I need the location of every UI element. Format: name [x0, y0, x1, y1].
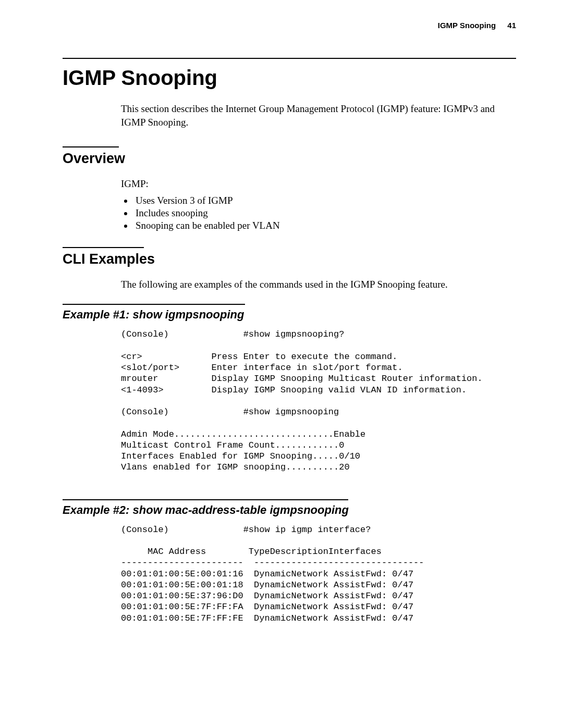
cli-section: CLI Examples	[63, 247, 516, 267]
list-item: Uses Version 3 of IGMP	[133, 195, 516, 206]
example1-code: (Console) #show igmpsnooping? <cr> Press…	[121, 329, 516, 473]
section-rule	[63, 247, 144, 248]
section-rule	[63, 146, 119, 147]
chapter-title: IGMP Snooping	[63, 58, 516, 90]
section-rule	[63, 499, 348, 500]
overview-lead: IGMP:	[121, 178, 516, 190]
overview-bullets: Uses Version 3 of IGMP Includes snooping…	[121, 195, 516, 231]
example1-heading: Example #1: show igmpsnooping	[63, 308, 516, 322]
cli-intro: The following are examples of the comman…	[121, 279, 516, 290]
list-item: Snooping can be enabled per VLAN	[133, 220, 516, 231]
running-header: IGMP Snooping 41	[63, 21, 516, 30]
cli-heading: CLI Examples	[63, 251, 516, 267]
section-rule	[63, 304, 245, 305]
page: IGMP Snooping 41 IGMP Snooping This sect…	[0, 0, 563, 655]
overview-heading: Overview	[63, 151, 516, 167]
page-number: 41	[507, 21, 516, 30]
example2-heading: Example #2: show mac-address-table igmps…	[63, 503, 516, 517]
example2-section: Example #2: show mac-address-table igmps…	[63, 499, 516, 624]
example1-section: Example #1: show igmpsnooping (Console) …	[63, 304, 516, 473]
chapter-intro: This section describes the Internet Grou…	[121, 102, 516, 129]
overview-section: Overview	[63, 146, 516, 167]
list-item: Includes snooping	[133, 207, 516, 219]
example2-code: (Console) #show ip igmp interface? MAC A…	[121, 524, 516, 624]
running-head-text: IGMP Snooping	[438, 21, 496, 30]
